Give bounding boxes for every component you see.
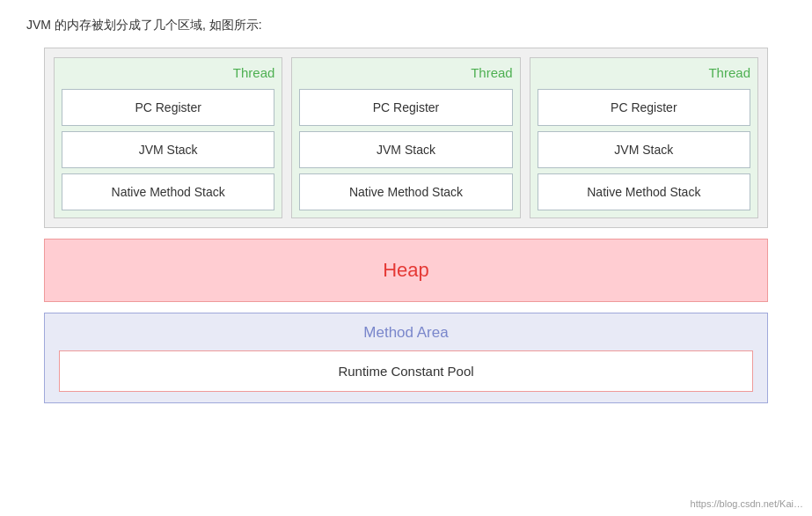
thread-box-1: ThreadPC RegisterJVM StackNative Method … <box>291 57 520 218</box>
thread-0-item-0: PC Register <box>62 89 274 126</box>
thread-label-0: Thread <box>62 65 274 80</box>
thread-1-item-2: Native Method Stack <box>299 173 512 210</box>
diagram-container: ThreadPC RegisterJVM StackNative Method … <box>26 48 786 403</box>
thread-1-item-0: PC Register <box>299 89 512 126</box>
thread-2-item-0: PC Register <box>538 89 750 126</box>
threads-row: ThreadPC RegisterJVM StackNative Method … <box>44 48 768 228</box>
heap-label: Heap <box>383 259 429 281</box>
thread-box-2: ThreadPC RegisterJVM StackNative Method … <box>530 57 758 218</box>
thread-2-item-2: Native Method Stack <box>538 173 750 210</box>
thread-label-1: Thread <box>299 65 512 80</box>
thread-2-item-1: JVM Stack <box>538 131 750 168</box>
thread-0-item-2: Native Method Stack <box>62 173 274 210</box>
method-area-row: Method Area Runtime Constant Pool <box>44 313 768 403</box>
watermark: https://blog.csdn.net/Kai… <box>691 498 803 509</box>
heap-row: Heap <box>44 239 768 302</box>
thread-label-2: Thread <box>538 65 750 80</box>
runtime-constant-pool: Runtime Constant Pool <box>59 350 753 392</box>
method-area-label: Method Area <box>59 324 753 342</box>
thread-1-item-1: JVM Stack <box>299 131 512 168</box>
intro-text: JVM 的内存被划分成了几个区域, 如图所示: <box>26 18 786 33</box>
thread-0-item-1: JVM Stack <box>62 131 274 168</box>
thread-box-0: ThreadPC RegisterJVM StackNative Method … <box>54 57 282 218</box>
